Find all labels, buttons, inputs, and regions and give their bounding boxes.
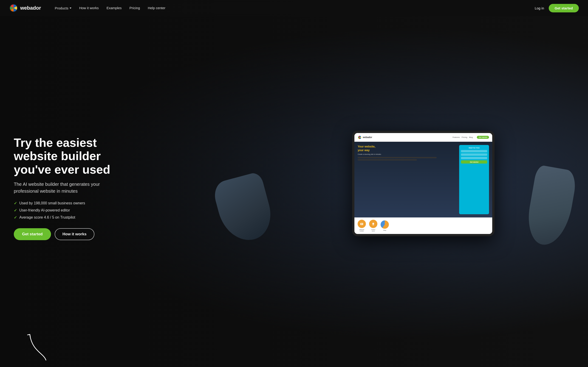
tablet-icon-1: Websitebuilder [358, 220, 366, 232]
brand-name: webador [20, 5, 41, 11]
hero-checklist: ✓ Used by 198,000 small business owners … [14, 201, 129, 220]
check-icon-3: ✓ [14, 215, 17, 220]
hero-subtitle: The AI website builder that generates yo… [14, 181, 124, 194]
hero-buttons: Get started How it works [14, 228, 129, 240]
hero-check-2: ✓ User-friendly AI-powered editor [14, 208, 129, 213]
hero-check-text-1: Used by 198,000 small business owners [19, 201, 85, 205]
check-icon-2: ✓ [14, 208, 17, 213]
tablet-icon-3: Blog [380, 220, 389, 231]
tablet-circle-1 [358, 220, 366, 228]
hero-check-3: ✓ Average score 4.6 / 5 on Trustpilot [14, 215, 129, 220]
tablet-circle-2 [369, 220, 377, 228]
svg-point-4 [372, 223, 374, 225]
hero-check-text-2: User-friendly AI-powered editor [19, 208, 70, 212]
tablet-bar-2 [358, 159, 417, 161]
login-button[interactable]: Log in [535, 6, 544, 10]
tablet-icon-svg-1 [360, 222, 364, 226]
hero-check-1: ✓ Used by 198,000 small business owners [14, 201, 129, 206]
tablet-device: webador Features Pricing Blog Get starte… [352, 131, 494, 236]
hero-get-started-button[interactable]: Get started [14, 228, 51, 240]
tablet-illustration: webador Features Pricing Blog Get starte… [247, 131, 588, 236]
hero-how-it-works-button[interactable]: How it works [55, 228, 95, 240]
webador-logo-icon [9, 4, 18, 12]
nav-links: Products How it works Examples Pricing H… [55, 6, 165, 10]
nav-help-center[interactable]: Help center [148, 6, 165, 10]
tablet-brand-name: webador [363, 136, 372, 139]
check-icon-1: ✓ [14, 201, 17, 206]
nav-how-it-works[interactable]: How it works [79, 6, 99, 10]
nav-get-started-button[interactable]: Get started [549, 4, 579, 12]
nav-right: Log in Get started [535, 4, 579, 12]
svg-rect-1 [360, 223, 363, 225]
navbar: webador Products How it works Examples P… [0, 0, 588, 16]
tablet-nav: webador Features Pricing Blog Get starte… [355, 133, 492, 142]
svg-rect-5 [372, 225, 374, 225]
tablet-hero-title: Your website,your way [358, 145, 456, 152]
nav-products[interactable]: Products [55, 6, 71, 10]
logo-link[interactable]: webador [9, 4, 41, 12]
nav-examples[interactable]: Examples [107, 6, 122, 10]
tablet-cta-nav: Get started [477, 136, 489, 139]
tablet-hero: Your website,your way Create a stunning … [355, 142, 492, 217]
tablet-bar-1 [358, 157, 437, 158]
tablet-hero-subtitle: Create a stunning site in minutes [358, 153, 456, 155]
nav-pricing[interactable]: Pricing [130, 6, 140, 10]
tablet-bottom: Websitebuilder Onlinestore [355, 217, 492, 234]
tablet-circle-3 [380, 220, 389, 229]
tablet-cta-box: Start for free Get started [459, 145, 489, 214]
tablet-nav-links: Features Pricing Blog [452, 136, 473, 138]
tablet-icon-svg-2 [371, 222, 375, 226]
hero-title: Try the easiest website builder you've e… [14, 136, 129, 176]
tablet-icon-2: Onlinestore [369, 220, 377, 232]
tablet-logo: webador [358, 135, 372, 140]
hero-section: webador Features Pricing Blog Get starte… [0, 0, 588, 367]
chevron-down-icon [69, 8, 71, 9]
hand-right [524, 165, 578, 248]
hero-arrow [25, 330, 53, 362]
tablet-screen: webador Features Pricing Blog Get starte… [355, 133, 492, 234]
hero-content: Try the easiest website builder you've e… [0, 127, 142, 240]
hero-check-text-3: Average score 4.6 / 5 on Trustpilot [19, 215, 75, 219]
tablet-hero-left: Your website,your way Create a stunning … [358, 145, 456, 214]
tablet-logo-icon [358, 135, 362, 140]
